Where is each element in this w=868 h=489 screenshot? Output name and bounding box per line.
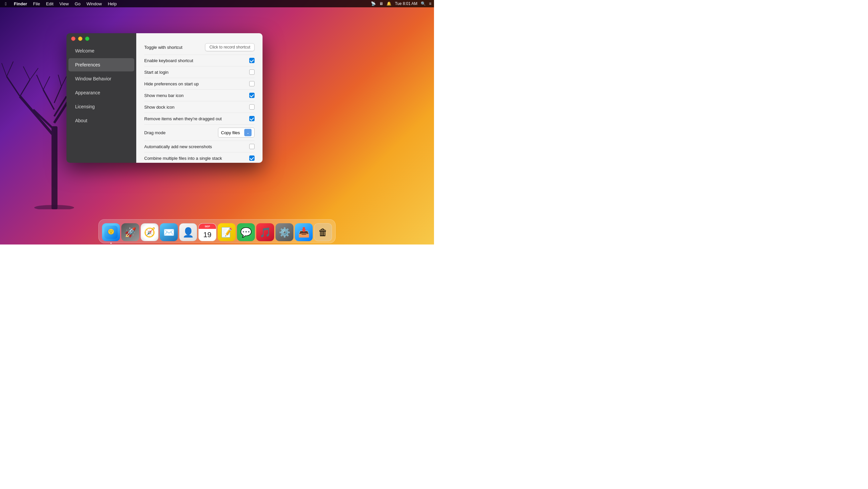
setting-row-remove-items: Remove items when they're dragged out: [144, 113, 254, 125]
remove-items-checkbox[interactable]: [249, 116, 254, 121]
window-controls: [71, 37, 89, 41]
setting-row-drag-mode: Drag mode Copy files ⌄: [144, 125, 254, 141]
safari-emoji: 🧭: [144, 227, 156, 238]
svg-line-7: [2, 63, 7, 76]
sidebar-item-licensing[interactable]: Licensing: [68, 100, 134, 113]
auto-screenshots-checkbox[interactable]: [249, 144, 254, 149]
setting-row-enable-keyboard-shortcut: Enable keyboard shortcut: [144, 55, 254, 66]
svg-line-9: [23, 66, 30, 80]
sidebar-item-window-behavior[interactable]: Window Behavior: [68, 72, 134, 86]
drag-mode-value: Copy files: [221, 130, 240, 135]
show-dock-icon-checkbox[interactable]: [249, 104, 254, 110]
setting-row-combine-files: Combine multiple files into a single sta…: [144, 153, 254, 163]
dock-item-notes[interactable]: 📝: [218, 223, 236, 241]
trash-emoji: 🗑: [318, 227, 328, 238]
menubar-right: 📡 🖥 🔔 Tue 8:01 AM 🔍 ≡: [371, 1, 431, 6]
dock-container: 🙂 🚀 🧭 ✉️ 👤 SEP 19 📝 💬 🎵 ⚙️: [98, 219, 336, 243]
menubar-finder[interactable]: Finder: [12, 0, 30, 7]
drag-mode-arrow: ⌄: [244, 129, 252, 136]
sidebar-item-appearance[interactable]: Appearance: [68, 86, 134, 99]
dock-item-safari[interactable]: 🧭: [141, 223, 158, 241]
menubar-window[interactable]: Window: [84, 0, 104, 7]
show-menu-bar-checkbox[interactable]: [249, 93, 254, 98]
menubar-view[interactable]: View: [57, 0, 71, 7]
main-content: Toggle with shortcut Click to record sho…: [136, 33, 262, 163]
show-menu-bar-label: Show menu bar icon: [144, 93, 184, 98]
menubar-icon-1: 📡: [371, 1, 376, 6]
dock-item-messages[interactable]: 💬: [237, 223, 255, 241]
dock-item-trash[interactable]: 🗑: [314, 223, 332, 241]
menubar-control-center-icon[interactable]: ≡: [429, 1, 431, 6]
calendar-day: 19: [204, 229, 211, 241]
menubar:  Finder File Edit View Go Window Help 📡…: [0, 0, 434, 7]
svg-text:🙂: 🙂: [108, 228, 115, 235]
hide-preferences-checkbox[interactable]: [249, 81, 254, 86]
auto-screenshots-label: Automatically add new screenshots: [144, 144, 212, 149]
dock-item-contacts[interactable]: 👤: [179, 223, 197, 241]
contacts-emoji: 👤: [182, 227, 194, 238]
hide-preferences-label: Hide preferences on start up: [144, 82, 199, 86]
svg-line-20: [61, 76, 66, 86]
combine-files-label: Combine multiple files into a single sta…: [144, 156, 222, 161]
menubar-time: Tue 8:01 AM: [395, 1, 417, 6]
svg-line-10: [30, 68, 38, 80]
svg-line-18: [54, 86, 61, 103]
sidebar: Welcome Preferences Window Behavior Appe…: [66, 33, 136, 163]
start-at-login-checkbox[interactable]: [249, 69, 254, 75]
downloads-emoji: 📥: [298, 227, 310, 238]
calendar-month: SEP: [199, 224, 216, 229]
launchpad-emoji: 🚀: [125, 227, 136, 238]
close-button[interactable]: [71, 37, 75, 41]
svg-line-15: [43, 90, 54, 110]
svg-line-8: [7, 61, 13, 76]
setting-row-hide-preferences: Hide preferences on start up: [144, 78, 254, 90]
dock-item-launchpad[interactable]: 🚀: [121, 223, 139, 241]
maximize-button[interactable]: [85, 37, 89, 41]
menubar-go[interactable]: Go: [72, 0, 83, 7]
dock-item-music[interactable]: 🎵: [256, 223, 274, 241]
apple-menu[interactable]: : [3, 0, 9, 7]
svg-point-21: [34, 205, 74, 209]
toggle-shortcut-row: Toggle with shortcut Click to record sho…: [144, 40, 254, 55]
svg-line-19: [58, 75, 61, 86]
sidebar-item-about[interactable]: About: [68, 114, 134, 127]
menubar-file[interactable]: File: [31, 0, 42, 7]
setting-row-auto-screenshots: Automatically add new screenshots: [144, 141, 254, 153]
record-shortcut-button[interactable]: Click to record shortcut: [205, 43, 254, 51]
sidebar-item-welcome[interactable]: Welcome: [68, 44, 134, 58]
sidebar-item-preferences[interactable]: Preferences: [68, 58, 134, 71]
start-at-login-label: Start at login: [144, 70, 168, 75]
svg-line-1: [20, 96, 54, 136]
system-prefs-emoji: ⚙️: [279, 227, 290, 238]
combine-files-checkbox[interactable]: [249, 156, 254, 161]
show-dock-icon-label: Show dock icon: [144, 105, 175, 110]
menubar-edit[interactable]: Edit: [43, 0, 56, 7]
finder-dot: [110, 242, 112, 244]
app-window: Welcome Preferences Window Behavior Appe…: [66, 33, 262, 163]
dock: 🙂 🚀 🧭 ✉️ 👤 SEP 19 📝 💬 🎵 ⚙️: [98, 219, 336, 243]
menubar-icon-2: 🖥: [379, 1, 383, 6]
setting-row-start-at-login: Start at login: [144, 66, 254, 78]
toggle-shortcut-label: Toggle with shortcut: [144, 45, 182, 50]
drag-mode-label: Drag mode: [144, 130, 165, 135]
setting-row-show-menu-bar: Show menu bar icon: [144, 90, 254, 101]
notes-emoji: 📝: [221, 227, 232, 238]
enable-keyboard-shortcut-checkbox[interactable]: [249, 58, 254, 63]
dock-item-calendar[interactable]: SEP 19: [198, 223, 216, 241]
dock-item-finder[interactable]: 🙂: [102, 223, 120, 241]
remove-items-label: Remove items when they're dragged out: [144, 116, 222, 121]
dock-item-mail[interactable]: ✉️: [160, 223, 178, 241]
svg-line-5: [7, 76, 20, 96]
menubar-search-icon[interactable]: 🔍: [421, 1, 426, 6]
drag-mode-select[interactable]: Copy files ⌄: [218, 128, 254, 137]
svg-line-16: [36, 75, 43, 90]
menubar-icon-3: 🔔: [386, 1, 392, 6]
dock-item-system-prefs[interactable]: ⚙️: [276, 223, 293, 241]
dock-item-downloads[interactable]: 📥: [295, 223, 313, 241]
svg-line-3: [33, 110, 54, 130]
minimize-button[interactable]: [78, 37, 83, 41]
messages-emoji: 💬: [240, 227, 252, 238]
svg-line-17: [43, 76, 50, 90]
menubar-help[interactable]: Help: [105, 0, 119, 7]
music-emoji: 🎵: [259, 227, 271, 238]
